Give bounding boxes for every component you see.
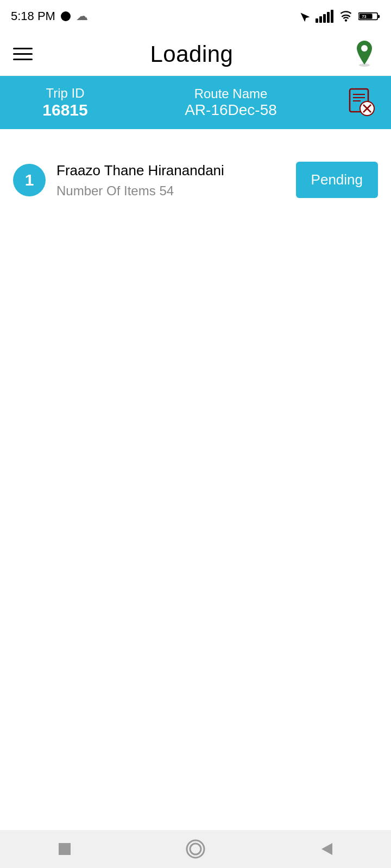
svg-rect-13 <box>59 843 71 855</box>
navigation-icon <box>298 10 310 22</box>
map-pin-icon <box>351 40 378 67</box>
delivery-item: 1 Fraazo Thane Hiranandani Number Of Ite… <box>13 151 378 209</box>
item-name: Fraazo Thane Hiranandani <box>56 162 285 180</box>
signal-bars-icon <box>316 10 333 23</box>
map-location-button[interactable] <box>351 40 378 69</box>
report-cancel-icon <box>345 87 377 118</box>
hamburger-menu-button[interactable] <box>13 48 33 60</box>
trip-id-label: Trip ID <box>46 86 84 101</box>
status-icons: 73 <box>298 10 380 23</box>
svg-point-5 <box>361 45 368 52</box>
svg-text:73: 73 <box>362 14 366 19</box>
pending-button[interactable]: Pending <box>296 162 378 198</box>
page-title: Loading <box>150 41 234 67</box>
svg-marker-16 <box>321 843 332 855</box>
hamburger-line-2 <box>13 53 33 55</box>
stop-icon <box>56 841 73 857</box>
item-number-badge: 1 <box>13 164 46 196</box>
item-details: Fraazo Thane Hiranandani Number Of Items… <box>56 162 285 199</box>
hamburger-line-3 <box>13 59 33 60</box>
status-bar: 5:18 PM ☁ 73 <box>0 0 391 33</box>
status-time-area: 5:18 PM ☁ <box>11 9 88 23</box>
route-name-section: Route Name AR-16Dec-58 <box>119 86 342 119</box>
trip-info-bar: Trip ID 16815 Route Name AR-16Dec-58 <box>0 76 391 129</box>
toolbar: Loading <box>0 33 391 76</box>
main-content: 1 Fraazo Thane Hiranandani Number Of Ite… <box>0 129 391 222</box>
back-icon <box>318 841 335 857</box>
report-button[interactable] <box>342 87 380 118</box>
status-time: 5:18 PM <box>11 9 55 23</box>
trip-id-value: 16815 <box>42 101 87 119</box>
item-count: Number Of Items 54 <box>56 183 285 199</box>
hamburger-line-1 <box>13 48 33 49</box>
nav-home-button[interactable] <box>186 839 205 859</box>
svg-point-15 <box>190 844 201 854</box>
home-circle-icon <box>186 839 205 859</box>
route-name-value: AR-16Dec-58 <box>185 101 277 119</box>
item-number: 1 <box>25 171 34 189</box>
nav-stop-button[interactable] <box>56 841 73 857</box>
cloud-icon: ☁ <box>76 9 88 23</box>
trip-id-section: Trip ID 16815 <box>11 86 119 119</box>
route-name-label: Route Name <box>194 86 268 101</box>
svg-rect-1 <box>377 15 380 18</box>
status-dot-icon <box>61 11 71 21</box>
battery-icon: 73 <box>358 10 380 22</box>
bottom-navigation <box>0 830 391 868</box>
nav-back-button[interactable] <box>318 841 335 857</box>
wifi-icon <box>339 10 353 22</box>
